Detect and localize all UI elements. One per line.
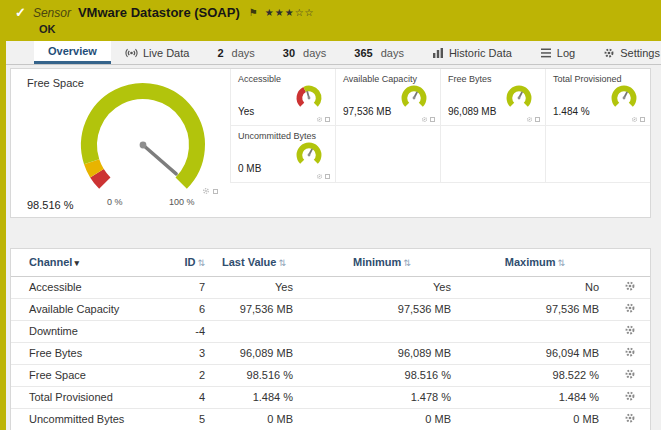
tab-365-days-unit: days xyxy=(381,47,404,59)
channel-id: 2 xyxy=(163,364,205,386)
gear-icon xyxy=(603,47,615,59)
channel-id: 7 xyxy=(163,276,205,298)
channel-settings-icon[interactable] xyxy=(624,368,636,380)
tab-bar: Overview Live Data 2days 30days 365days … xyxy=(0,41,661,65)
table-row[interactable]: Available Capacity 6 97,536 MB 97,536 MB… xyxy=(11,298,650,320)
channel-last-value: 97,536 MB xyxy=(205,298,303,320)
channel-id: 3 xyxy=(163,342,205,364)
tab-overview[interactable]: Overview xyxy=(34,41,111,64)
tab-2-days[interactable]: 2days xyxy=(203,41,268,64)
free-space-gauge-dial xyxy=(53,73,233,199)
gauge-pin-icon[interactable] xyxy=(325,117,330,122)
tab-live-data[interactable]: Live Data xyxy=(111,41,203,64)
channel-settings-icon[interactable] xyxy=(624,390,636,402)
channel-table-body: Accessible 7 Yes Yes No Available Capaci… xyxy=(11,276,650,430)
gauge-tile-value: 97,536 MB xyxy=(343,106,391,117)
channel-id: 6 xyxy=(163,298,205,320)
channel-name: Available Capacity xyxy=(11,298,163,320)
channel-settings-icon[interactable] xyxy=(624,412,636,424)
channel-maximum: 96,094 MB xyxy=(461,342,609,364)
tab-historic-data[interactable]: Historic Data xyxy=(418,41,526,64)
gauge-pin-icon[interactable] xyxy=(430,117,435,122)
sort-icon: ⇅ xyxy=(278,258,286,268)
priority-stars[interactable]: ★★★☆☆ xyxy=(265,7,315,18)
channel-settings-icon[interactable] xyxy=(624,346,636,358)
tab-historic-data-label: Historic Data xyxy=(449,47,512,59)
tab-30-days-number: 30 xyxy=(283,47,295,59)
log-icon xyxy=(540,47,552,59)
column-header-minimum[interactable]: Minimum⇅ xyxy=(303,249,461,276)
status-check-icon: ✓ xyxy=(15,5,26,20)
tab-365-days[interactable]: 365days xyxy=(340,41,418,64)
column-header-last-value[interactable]: Last Value⇅ xyxy=(205,249,303,276)
tab-settings-label: Settings xyxy=(620,47,660,59)
gauge-pin-icon[interactable] xyxy=(535,117,540,122)
channel-maximum: 1.484 % xyxy=(461,386,609,408)
table-row[interactable]: Total Provisioned 4 1.484 % 1.478 % 1.48… xyxy=(11,386,650,408)
gauge-settings-icon[interactable] xyxy=(526,116,533,123)
gauge-pin-icon[interactable] xyxy=(640,117,645,122)
channel-last-value xyxy=(205,320,303,342)
sort-desc-icon: ▾ xyxy=(74,258,79,268)
gauge-tile-value: 1.484 % xyxy=(553,106,590,117)
table-header-row: Channel▾ ID⇅ Last Value⇅ Minimum⇅ Maximu… xyxy=(11,249,650,276)
uncommitted-bytes-gauge-dial xyxy=(295,141,323,169)
channel-last-value: 98.516 % xyxy=(205,364,303,386)
channel-settings-icon[interactable] xyxy=(624,280,636,292)
column-header-maximum[interactable]: Maximum⇅ xyxy=(461,249,609,276)
main-gauge-min-label: 0 % xyxy=(107,197,123,207)
tab-30-days-unit: days xyxy=(303,47,326,59)
empty-tile xyxy=(545,126,650,183)
tab-settings[interactable]: Settings xyxy=(589,41,661,64)
column-header-channel[interactable]: Channel▾ xyxy=(11,249,163,276)
gauge-settings-icon[interactable] xyxy=(421,116,428,123)
historic-data-icon xyxy=(432,47,444,59)
channel-minimum: 1.478 % xyxy=(303,386,461,408)
flag-icon[interactable]: ⚑ xyxy=(249,7,258,18)
table-row[interactable]: Free Space 2 98.516 % 98.516 % 98.522 % xyxy=(11,364,650,386)
gauge-settings-icon[interactable] xyxy=(316,116,323,123)
status-badge: OK xyxy=(39,23,661,35)
sort-icon: ⇅ xyxy=(558,258,566,268)
channel-name: Free Space xyxy=(11,364,163,386)
gauges-panel: Free Space 98.516 % 0 % 100 % Accessible… xyxy=(10,68,651,218)
table-row[interactable]: Downtime -4 xyxy=(11,320,650,342)
channel-minimum: Yes xyxy=(303,276,461,298)
gauge-tile-total-provisioned[interactable]: Total Provisioned 1.484 % xyxy=(545,69,650,126)
gauge-pin-icon[interactable] xyxy=(213,189,218,194)
free-bytes-gauge-dial xyxy=(505,84,533,112)
channel-name: Free Bytes xyxy=(11,342,163,364)
gauge-tile-accessible[interactable]: Accessible Yes xyxy=(230,69,335,126)
gauge-tile-free-bytes[interactable]: Free Bytes 96,089 MB xyxy=(440,69,545,126)
gauge-settings-icon[interactable] xyxy=(202,187,210,195)
gauge-tile-available-capacity[interactable]: Available Capacity 97,536 MB xyxy=(335,69,440,126)
gauge-tile-label: Available Capacity xyxy=(343,74,417,84)
gauge-settings-icon[interactable] xyxy=(316,173,323,180)
table-row[interactable]: Uncommitted Bytes 5 0 MB 0 MB 0 MB xyxy=(11,408,650,430)
accessible-gauge-dial xyxy=(295,84,323,112)
channel-minimum: 0 MB xyxy=(303,408,461,430)
channel-name: Uncommitted Bytes xyxy=(11,408,163,430)
gauge-settings-icon[interactable] xyxy=(631,116,638,123)
channel-settings-icon[interactable] xyxy=(624,324,636,336)
table-row[interactable]: Free Bytes 3 96,089 MB 96,089 MB 96,094 … xyxy=(11,342,650,364)
main-gauge-free-space[interactable]: Free Space 98.516 % 0 % 100 % xyxy=(11,69,230,217)
gauge-tile-uncommitted-bytes[interactable]: Uncommitted Bytes 0 MB xyxy=(230,126,335,183)
tab-30-days[interactable]: 30days xyxy=(269,41,341,64)
column-header-id[interactable]: ID⇅ xyxy=(163,249,205,276)
gauge-tile-label: Total Provisioned xyxy=(553,74,622,84)
table-row[interactable]: Accessible 7 Yes Yes No xyxy=(11,276,650,298)
channel-last-value: 1.484 % xyxy=(205,386,303,408)
gauge-pin-icon[interactable] xyxy=(325,174,330,179)
tab-log[interactable]: Log xyxy=(526,41,589,64)
channel-id: 4 xyxy=(163,386,205,408)
status-color-stripe xyxy=(0,0,6,430)
sort-icon: ⇅ xyxy=(197,258,205,268)
tab-live-data-label: Live Data xyxy=(143,47,189,59)
sensor-header: ✓ Sensor VMware Datastore (SOAP) ⚑ ★★★☆☆… xyxy=(0,0,661,41)
main-gauge-max-label: 100 % xyxy=(169,197,195,207)
tab-log-label: Log xyxy=(557,47,575,59)
empty-tile xyxy=(335,126,440,183)
sensor-title: VMware Datastore (SOAP) xyxy=(78,5,240,20)
channel-settings-icon[interactable] xyxy=(624,302,636,314)
